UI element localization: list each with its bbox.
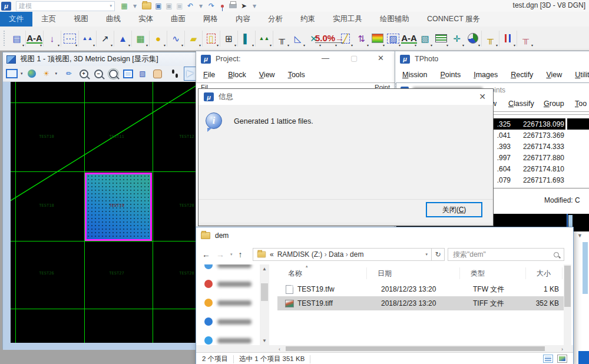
triangle-tin-icon[interactable]: ◺▾	[290, 29, 306, 47]
ribbon-tab-实体[interactable]: 实体	[130, 12, 162, 27]
sidebar-scrollbar[interactable]: ▲ ▼	[260, 264, 269, 345]
menu-classify[interactable]: Classify	[508, 100, 534, 108]
dropdown-caret-icon[interactable]: ▾	[21, 71, 23, 76]
info-dialog-titlebar[interactable]: μ 信息 ✕	[198, 89, 493, 105]
curve-point-icon[interactable]: ∿▾	[168, 29, 184, 47]
rotate-view-icon[interactable]: ▧	[137, 67, 148, 80]
orgchart-icon[interactable]: ╥▾	[274, 29, 290, 47]
menu-mission[interactable]: Mission	[402, 71, 427, 79]
menu-view[interactable]: View	[546, 71, 562, 79]
chevron-down-icon[interactable]: ▾	[230, 252, 233, 257]
workflow-selector[interactable]: 建模 ▾	[16, 1, 115, 11]
ribbon-tab-实用工具[interactable]: 实用工具	[324, 12, 371, 27]
ribbon-tab-主页[interactable]: 主页	[32, 12, 65, 27]
menu-tools[interactable]: Tools	[288, 71, 305, 79]
scrollbar-thumb[interactable]	[286, 346, 545, 351]
view-split-icon[interactable]: ⊞▾	[221, 29, 237, 47]
scroll-right-icon[interactable]: ›	[561, 346, 563, 352]
column-header-3[interactable]: 类型	[460, 267, 526, 279]
scrollbar-fragment[interactable]	[583, 242, 588, 294]
filelist-scrollbar[interactable]	[564, 264, 571, 345]
sidebar-item[interactable]	[204, 317, 252, 326]
orgchart-yellow-icon[interactable]: ╥▾	[482, 29, 498, 47]
file-row[interactable]: TEST19.tiff2018/12/23 13:20TIFF 文件352 KB	[277, 296, 564, 310]
menu-file[interactable]: File	[203, 71, 215, 79]
chevron-down-icon[interactable]: ▾	[425, 252, 428, 257]
ribbon-tab-分析[interactable]: 分析	[259, 12, 292, 27]
datum-arrow-icon[interactable]: ↓▾	[44, 29, 60, 47]
dropdown-caret-icon[interactable]: ▾	[197, 1, 204, 11]
scroll-down-icon[interactable]: ▼	[262, 338, 267, 343]
ribbon-tab-视图[interactable]: 视图	[65, 12, 97, 27]
walk-icon[interactable]	[169, 67, 181, 80]
fly-icon[interactable]	[184, 67, 197, 81]
menu-rectify[interactable]: Rectify	[511, 71, 533, 79]
axis-curve-icon[interactable]: ✛▾	[449, 29, 465, 47]
pie-globe-icon[interactable]: ▾	[465, 29, 481, 47]
trees-blue-icon[interactable]: ▲▲▾	[80, 29, 95, 47]
place-line-icon[interactable]: ↗▾	[97, 29, 113, 47]
bars-icon[interactable]: ▾	[500, 29, 516, 47]
print-icon[interactable]	[229, 1, 237, 11]
more-icon[interactable]: ▾	[251, 1, 258, 11]
file-row[interactable]: TEST19.tfw2018/12/23 13:20TFW 文件1 KB	[277, 282, 564, 296]
toolbar-grip[interactable]	[4, 31, 6, 46]
zoom-window-icon[interactable]	[107, 67, 119, 80]
menu-group[interactable]: Group	[544, 100, 564, 108]
pin-icon[interactable]	[219, 1, 226, 11]
redo-icon[interactable]: ↷	[208, 1, 215, 11]
breadcrumb-item[interactable]: RAMDISK (Z:)	[277, 250, 323, 259]
slope-icon[interactable]: 5.0%→▾	[322, 29, 337, 47]
hatch-icon[interactable]: ▾	[433, 29, 449, 47]
up-icon[interactable]: ↑	[239, 250, 243, 259]
menu-images[interactable]: Images	[474, 71, 498, 79]
view-attributes-icon[interactable]	[6, 67, 18, 80]
profile-icon[interactable]: ▌▾	[239, 29, 254, 47]
refresh-icon[interactable]: ↻	[432, 248, 445, 261]
chevron-down-icon[interactable]: ▼	[577, 233, 583, 239]
scroll-left-icon[interactable]: ‹	[279, 346, 280, 352]
horizontal-scrollbar[interactable]: ‹ ›	[196, 345, 573, 352]
levels-icon[interactable]: ▤▾	[9, 29, 25, 47]
brightness-icon[interactable]: ☀	[41, 67, 52, 80]
ribbon-tab-曲线[interactable]: 曲线	[97, 12, 130, 27]
search-box[interactable]: 搜索"dem"	[448, 248, 564, 261]
offset-arrows-icon[interactable]: ⇅▾	[353, 29, 369, 47]
breadcrumb-item[interactable]: dem	[350, 250, 363, 259]
close-icon[interactable]: ✕	[378, 54, 384, 62]
back-icon[interactable]: ←	[202, 250, 210, 259]
pan-view-icon[interactable]	[151, 67, 163, 80]
menu-view[interactable]: View	[259, 71, 275, 79]
thematic-icon[interactable]: ▾	[369, 29, 385, 47]
close-button[interactable]: 关闭(C)	[426, 202, 482, 217]
compress-icon[interactable]: ▣	[176, 1, 183, 11]
contour-box-icon[interactable]: ▨▾	[385, 29, 401, 47]
ribbon-tab-约束[interactable]: 约束	[292, 12, 324, 27]
tower-icon[interactable]: ▲▾	[115, 29, 131, 47]
zoom-in-icon[interactable]: +	[78, 67, 90, 80]
open-folder-icon[interactable]	[142, 1, 151, 11]
scrollbar-thumb[interactable]	[564, 266, 571, 307]
brace-icon[interactable]: ╱▾	[337, 29, 353, 47]
save-icon[interactable]: ▣	[155, 1, 162, 11]
terrain-view-icon[interactable]: ▦▾	[133, 29, 148, 47]
solids-icon[interactable]: ▰▾	[186, 29, 201, 47]
close-icon[interactable]: ✕	[479, 92, 486, 101]
minimize-icon[interactable]: —	[322, 54, 329, 62]
tphoto-titlebar[interactable]: μ TPhoto	[395, 51, 589, 67]
column-header-4[interactable]: 大小	[526, 267, 562, 279]
dropdown-caret-icon[interactable]: ▾	[131, 1, 138, 11]
undo-icon[interactable]: ↶	[187, 1, 194, 11]
maximize-icon[interactable]: ▢	[350, 54, 358, 62]
zoom-out-icon[interactable]: −	[92, 67, 104, 80]
menu-block[interactable]: Block	[228, 71, 246, 79]
scroll-up-icon[interactable]: ▲	[262, 266, 267, 272]
view-groups-icon[interactable]	[26, 67, 38, 80]
fence-dots-icon[interactable]: ⋯▾	[62, 29, 78, 47]
trees-green-icon[interactable]: ▲▲▾	[256, 29, 272, 47]
ribbon-tab-内容[interactable]: 内容	[227, 12, 259, 27]
update-view-icon[interactable]: ✏	[63, 67, 75, 80]
column-header-1[interactable]: 名称▴	[277, 267, 367, 279]
sidebar-item[interactable]	[204, 264, 252, 269]
sidebar-item[interactable]	[204, 336, 252, 345]
